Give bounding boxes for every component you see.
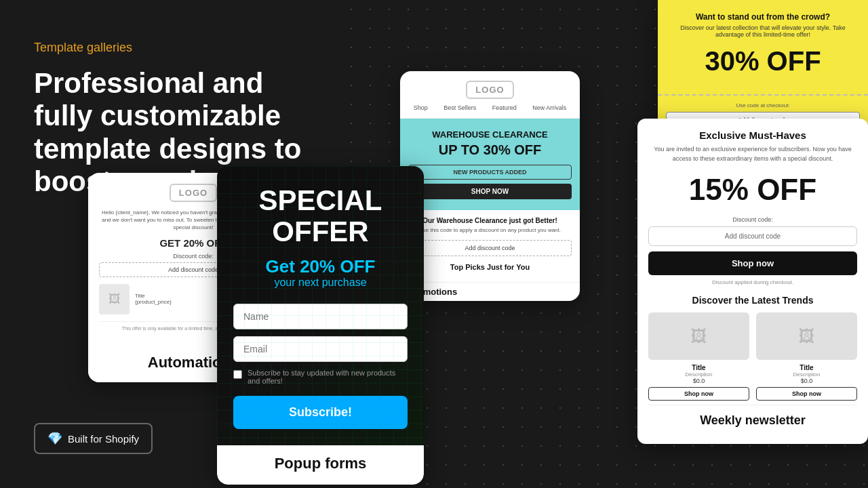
re-product-1-image: 🖼: [648, 312, 749, 360]
tr-offer: 30% OFF: [669, 46, 857, 77]
wh-clearance-desc: Use this code to apply a discount on any…: [408, 227, 572, 233]
wh-shop-now-btn[interactable]: SHOP NOW: [408, 184, 572, 199]
wh-banner-title: WAREHOUSE CLEARANCE: [408, 129, 572, 140]
wh-banner: WAREHOUSE CLEARANCE UP TO 30% OFF NEW PR…: [400, 119, 580, 210]
warehouse-email-card: LOGO Shop Best Sellers Featured New Arri…: [400, 71, 580, 301]
automation-logo: LOGO: [170, 184, 217, 202]
popup-checkbox-label: Subscribe to stay updated with new produ…: [248, 369, 408, 385]
wh-nav-shop[interactable]: Shop: [414, 104, 428, 111]
wh-logo: LOGO: [466, 81, 513, 99]
popup-subscribe-button[interactable]: Subscribe!: [233, 396, 408, 429]
popup-checkbox[interactable]: [233, 370, 242, 379]
popup-email-input[interactable]: [233, 336, 408, 362]
re-product-2-desc: Description: [756, 371, 857, 378]
popup-discount-line2: your next purchase: [233, 277, 408, 289]
tr-top-section: Want to stand out from the crowd? Discov…: [658, 0, 868, 94]
re-product-2-price: $0.0: [756, 378, 857, 384]
re-big-offer: 15% OFF: [648, 173, 857, 207]
tr-subtitle: Discover our latest collection that will…: [669, 24, 857, 38]
re-card-inner: Exclusive Must-Haves You are invited to …: [637, 119, 868, 444]
re-product-2-shop-btn[interactable]: Shop now: [756, 387, 857, 401]
tr-coupon-label: Use code at checkout:: [666, 102, 860, 108]
shopify-badge-label: Built for Shopify: [68, 433, 139, 445]
wh-top-picks: Top Picks Just for You: [408, 263, 572, 271]
re-product-2-image: 🖼: [756, 312, 857, 360]
re-shop-btn[interactable]: Shop now: [648, 251, 857, 275]
re-products-row: 🖼 Title Description $0.0 Shop now 🖼 Titl…: [648, 312, 857, 401]
re-product-1-shop-btn[interactable]: Shop now: [648, 387, 749, 401]
re-product-2-title: Title: [756, 364, 857, 371]
re-discount-input[interactable]: Add discount code: [648, 226, 857, 246]
wh-banner-offer: UP TO 30% OFF: [408, 142, 572, 158]
wh-nav-newarrivals[interactable]: New Arrivals: [532, 104, 566, 111]
popup-checkbox-row: Subscribe to stay updated with new produ…: [233, 369, 408, 385]
wh-clearance-title: Our Warehouse Clearance just got Better!: [408, 217, 572, 224]
right-email-card: Exclusive Must-Haves You are invited to …: [637, 119, 868, 444]
wh-add-discount[interactable]: Add discount code: [408, 240, 572, 256]
re-discount-label: Discount code:: [648, 216, 857, 223]
re-product-1-title: Title: [648, 364, 749, 371]
wh-promotions-label: Promotions: [400, 282, 580, 301]
re-trends-title: Discover the Latest Trends: [648, 295, 857, 306]
popup-form-card: SPECIAL OFFER Get 20% OFF your next purc…: [217, 166, 424, 485]
re-applied-text: Discount applied during checkout.: [648, 279, 857, 285]
shopify-badge[interactable]: 💎 Built for Shopify: [34, 423, 153, 454]
re-weekly-newsletter-title: Weekly newsletter: [648, 405, 857, 433]
wh-nav-featured[interactable]: Featured: [492, 104, 517, 111]
re-product-2: 🖼 Title Description $0.0 Shop now: [756, 312, 857, 401]
wh-nav: Shop Best Sellers Featured New Arrivals: [400, 104, 580, 119]
re-product-1-price: $0.0: [648, 378, 749, 384]
re-product-1: 🖼 Title Description $0.0 Shop now: [648, 312, 749, 401]
re-subtitle: You are invited to an exclusive experien…: [648, 145, 857, 163]
popup-forms-label: Popup forms: [217, 445, 424, 485]
popup-name-input[interactable]: [233, 304, 408, 329]
wh-new-products-btn[interactable]: NEW PRODUCTS ADDED: [408, 165, 572, 180]
re-exclusive-title: Exclusive Must-Haves: [648, 129, 857, 141]
gem-icon: 💎: [47, 431, 62, 446]
wh-nav-bestsellers[interactable]: Best Sellers: [443, 104, 476, 111]
popup-offer-text: OFFER: [233, 218, 408, 246]
popup-special-text: SPECIAL: [233, 186, 408, 215]
wh-header: LOGO: [400, 71, 580, 104]
re-product-1-desc: Description: [648, 371, 749, 378]
wh-body: Our Warehouse Clearance just got Better!…: [400, 210, 580, 282]
tr-title: Want to stand out from the crowd?: [669, 12, 857, 22]
popup-discount-line1: Get 20% OFF: [233, 257, 408, 277]
automation-product-image: 🖼: [99, 284, 130, 314]
template-label: Template galleries: [34, 41, 319, 55]
